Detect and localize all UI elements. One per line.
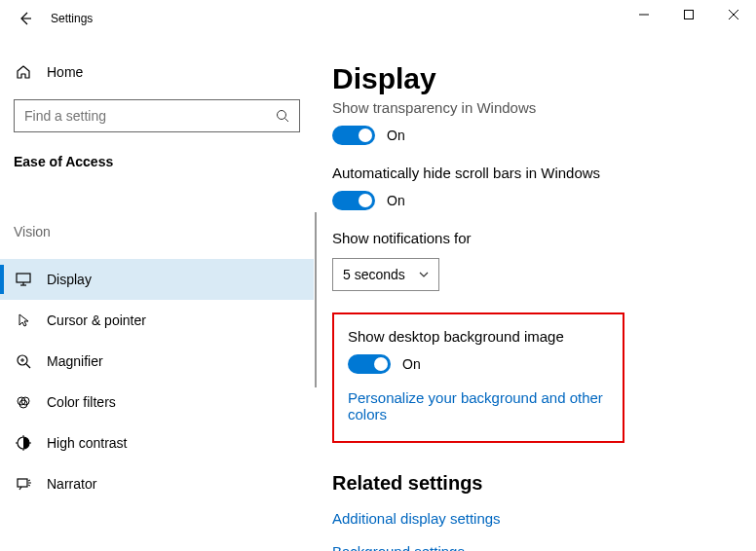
transparency-label: Show transparency in Windows	[332, 99, 738, 116]
svg-point-4	[278, 111, 286, 120]
window-title: Settings	[51, 12, 93, 25]
nav-list: Display Cursor & pointer Magnifier Color…	[0, 259, 314, 504]
svg-rect-1	[685, 11, 694, 19]
notifications-label: Show notifications for	[332, 230, 738, 246]
scrollbars-label: Automatically hide scroll bars in Window…	[332, 165, 738, 181]
svg-rect-6	[17, 274, 30, 282]
home-label: Home	[47, 64, 83, 80]
search-box[interactable]	[14, 99, 300, 132]
display-icon	[14, 273, 33, 286]
desktop-bg-toggle[interactable]	[348, 354, 391, 374]
transparency-toggle[interactable]	[332, 126, 375, 145]
notifications-value: 5 seconds	[343, 267, 405, 282]
related-title: Related settings	[332, 472, 738, 495]
svg-line-10	[26, 364, 30, 368]
desktop-bg-label: Show desktop background image	[348, 328, 609, 345]
sidebar: Home Ease of Access Vision Display Curso…	[0, 37, 314, 551]
color-filters-icon	[14, 394, 33, 410]
scrollbars-state: On	[387, 193, 405, 208]
background-settings-link[interactable]: Background settings	[332, 543, 465, 551]
chevron-down-icon	[419, 272, 429, 277]
nav-color-filters[interactable]: Color filters	[0, 382, 314, 422]
scrollbars-toggle[interactable]	[332, 191, 375, 210]
svg-line-5	[285, 119, 289, 123]
page-title: Display	[332, 62, 738, 95]
nav-label: Display	[47, 272, 92, 287]
nav-label: Magnifier	[47, 353, 103, 369]
maximize-button[interactable]	[666, 0, 711, 29]
additional-display-link[interactable]: Additional display settings	[332, 510, 501, 527]
svg-line-24	[28, 485, 30, 486]
narrator-icon	[14, 476, 33, 492]
home-icon	[14, 64, 33, 80]
nav-label: High contrast	[47, 435, 127, 451]
svg-line-22	[28, 480, 30, 481]
nav-label: Color filters	[47, 394, 116, 410]
cursor-icon	[14, 312, 33, 328]
nav-narrator[interactable]: Narrator	[0, 463, 314, 504]
content-pane: Display Show transparency in Windows On …	[314, 37, 756, 551]
svg-rect-21	[18, 479, 27, 487]
high-contrast-icon	[14, 435, 33, 451]
section-title: Ease of Access	[14, 154, 300, 169]
window-controls	[622, 0, 756, 29]
back-button[interactable]	[14, 7, 37, 30]
minimize-button[interactable]	[622, 0, 666, 29]
close-button[interactable]	[711, 0, 756, 29]
nav-label: Cursor & pointer	[47, 312, 146, 328]
magnifier-icon	[14, 353, 33, 369]
notifications-select[interactable]: 5 seconds	[332, 258, 439, 291]
nav-label: Narrator	[47, 476, 96, 492]
desktop-bg-state: On	[402, 356, 421, 372]
group-title: Vision	[14, 224, 300, 239]
transparency-state: On	[387, 128, 405, 143]
nav-magnifier[interactable]: Magnifier	[0, 341, 314, 382]
home-nav[interactable]: Home	[14, 55, 300, 90]
nav-high-contrast[interactable]: High contrast	[0, 422, 314, 463]
nav-cursor-pointer[interactable]: Cursor & pointer	[0, 300, 314, 341]
nav-display[interactable]: Display	[0, 259, 314, 300]
scrollbar[interactable]	[315, 212, 317, 387]
search-icon	[276, 109, 289, 123]
personalize-link[interactable]: Personalize your background and other co…	[348, 389, 609, 422]
highlight-box: Show desktop background image On Persona…	[332, 312, 624, 443]
search-input[interactable]	[24, 108, 276, 124]
